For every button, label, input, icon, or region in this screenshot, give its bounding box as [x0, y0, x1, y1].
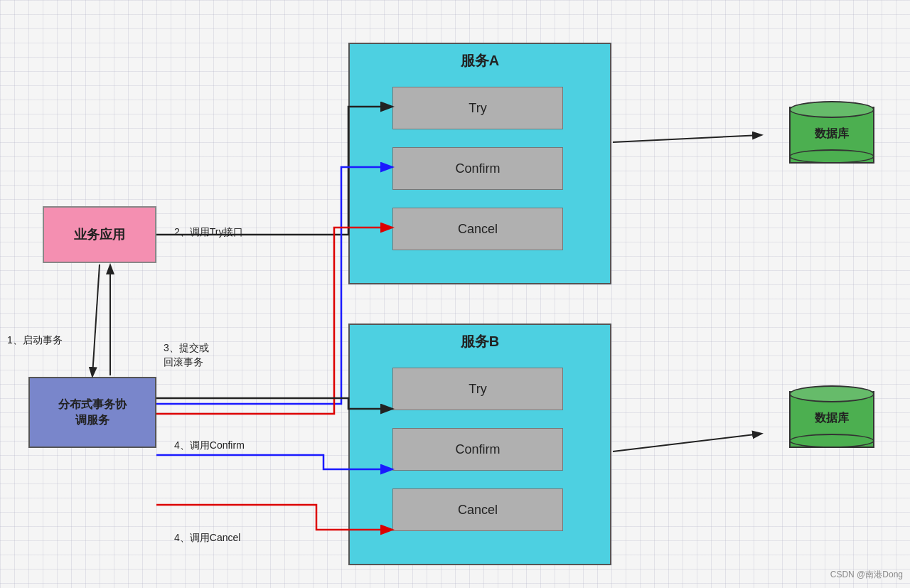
label-call-cancel: 4、调用Cancel	[174, 532, 240, 545]
service-a-cancel: Cancel	[392, 208, 563, 250]
label-call-try: 2、调用Try接口	[174, 226, 243, 239]
dtc-box: 分布式事务协调服务	[28, 377, 156, 448]
service-a-confirm: Confirm	[392, 147, 563, 190]
db-b-top	[789, 385, 874, 402]
db-a-top	[789, 101, 874, 118]
db-b-cylinder: 数据库	[789, 377, 874, 448]
db-a-bottom	[789, 149, 874, 164]
db-b-container: 数据库	[789, 377, 874, 448]
service-b-label: 服务B	[350, 325, 610, 355]
label-commit-rollback: 3、提交或回滚事务	[164, 341, 209, 369]
dtc-label: 分布式事务协调服务	[58, 397, 127, 429]
diagram-container: 业务应用 分布式事务协调服务 服务A Try Confirm Cancel 服务…	[0, 0, 910, 588]
service-b-confirm: Confirm	[392, 428, 563, 471]
db-a-container: 数据库	[789, 92, 874, 164]
db-b-bottom	[789, 434, 874, 448]
service-a-box: 服务A Try Confirm Cancel	[348, 43, 611, 284]
service-a-label: 服务A	[350, 44, 610, 74]
label-call-confirm: 4、调用Confirm	[174, 439, 245, 452]
db-a-cylinder: 数据库	[789, 92, 874, 164]
biz-app-box: 业务应用	[43, 206, 156, 263]
service-b-box: 服务B Try Confirm Cancel	[348, 324, 611, 565]
service-b-cancel: Cancel	[392, 488, 563, 531]
label-start-event: 1、启动事务	[7, 334, 63, 347]
db-a-label: 数据库	[815, 127, 849, 141]
db-b-label: 数据库	[815, 411, 849, 426]
biz-app-label: 业务应用	[74, 226, 125, 243]
service-b-try: Try	[392, 368, 563, 410]
service-a-try: Try	[392, 87, 563, 129]
svg-line-2	[613, 135, 761, 142]
svg-line-3	[613, 434, 761, 451]
watermark: CSDN @南港Dong	[830, 569, 903, 581]
svg-line-0	[92, 264, 100, 375]
